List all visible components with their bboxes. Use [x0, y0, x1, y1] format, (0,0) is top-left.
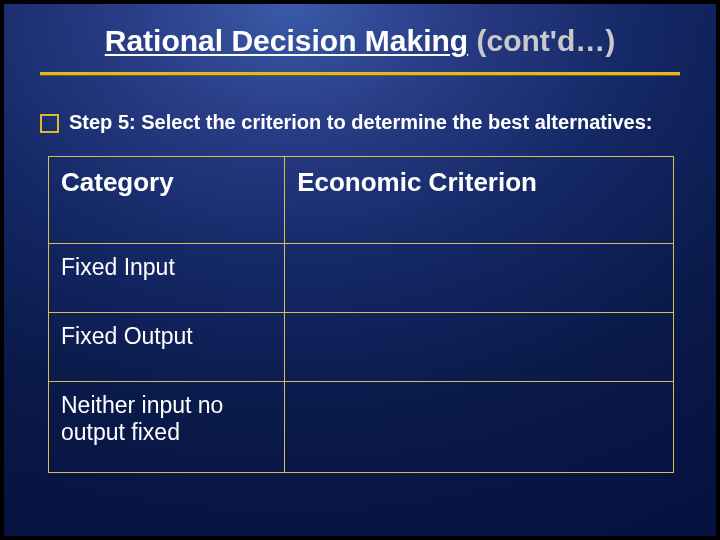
slide-title-tail: (cont'd…)	[468, 24, 615, 57]
cell-criterion	[285, 382, 674, 473]
cell-category: Neither input no output fixed	[49, 382, 285, 473]
bullet-text: Step 5: Select the criterion to determin…	[69, 111, 653, 134]
slide-title-main: Rational Decision Making	[105, 24, 468, 57]
cell-criterion	[285, 244, 674, 313]
slide: Rational Decision Making (cont'd…) Step …	[0, 0, 720, 540]
criteria-table: Category Economic Criterion Fixed Input …	[48, 156, 674, 473]
table-row: Fixed Input	[49, 244, 674, 313]
square-bullet-icon	[40, 114, 59, 133]
header-criterion: Economic Criterion	[285, 157, 674, 244]
title-underline-rule	[40, 72, 680, 75]
cell-criterion	[285, 313, 674, 382]
table-header-row: Category Economic Criterion	[49, 157, 674, 244]
cell-category: Fixed Output	[49, 313, 285, 382]
table-row: Fixed Output	[49, 313, 674, 382]
table-row: Neither input no output fixed	[49, 382, 674, 473]
bullet-row: Step 5: Select the criterion to determin…	[40, 111, 680, 134]
header-category: Category	[49, 157, 285, 244]
title-wrap: Rational Decision Making (cont'd…)	[40, 20, 680, 58]
cell-category: Fixed Input	[49, 244, 285, 313]
